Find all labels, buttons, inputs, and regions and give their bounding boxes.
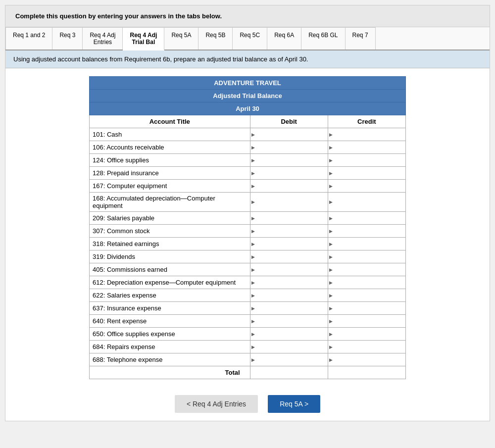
credit-input-307[interactable]: [328, 225, 405, 237]
credit-cell-307[interactable]: [328, 225, 405, 238]
report-date: April 30: [90, 102, 406, 115]
debit-cell-167[interactable]: [250, 180, 328, 193]
debit-input-405[interactable]: [250, 263, 328, 276]
table-row: 124: Office supplies: [90, 154, 406, 167]
tab-req-6a[interactable]: Req 6A: [267, 27, 301, 50]
debit-cell-637[interactable]: [250, 302, 328, 315]
account-name-124: 124: Office supplies: [90, 154, 250, 167]
credit-cell-124[interactable]: [328, 154, 405, 167]
table-row: 168: Accumulated depreciation—Computer e…: [90, 193, 406, 212]
debit-input-128[interactable]: [250, 167, 328, 179]
credit-input-684[interactable]: [328, 341, 405, 353]
debit-input-319[interactable]: [250, 250, 328, 263]
credit-input-405[interactable]: [328, 263, 405, 276]
debit-cell-688[interactable]: [250, 353, 328, 366]
debit-input-318[interactable]: [250, 238, 328, 250]
debit-input-101[interactable]: [250, 128, 328, 141]
credit-input-650[interactable]: [328, 328, 405, 340]
debit-cell-128[interactable]: [250, 167, 328, 180]
debit-cell-168[interactable]: [250, 193, 328, 212]
col-header-debit: Debit: [250, 115, 328, 128]
credit-cell-405[interactable]: [328, 263, 405, 276]
debit-cell-640[interactable]: [250, 315, 328, 328]
total-label: Total: [90, 366, 250, 379]
debit-cell-684[interactable]: [250, 341, 328, 353]
tab-req-5a[interactable]: Req 5A: [164, 27, 198, 50]
credit-input-612[interactable]: [328, 276, 405, 289]
prev-button[interactable]: < Req 4 Adj Entries: [175, 395, 258, 413]
debit-input-168[interactable]: [250, 193, 328, 211]
credit-input-319[interactable]: [328, 250, 405, 263]
debit-cell-319[interactable]: [250, 250, 328, 263]
next-button[interactable]: Req 5A >: [268, 395, 320, 413]
credit-input-209[interactable]: [328, 212, 405, 224]
debit-input-637[interactable]: [250, 302, 328, 314]
debit-input-688[interactable]: [250, 353, 328, 366]
debit-cell-209[interactable]: [250, 212, 328, 225]
debit-cell-307[interactable]: [250, 225, 328, 238]
tab-req-5c[interactable]: Req 5C: [233, 27, 267, 50]
debit-cell-622[interactable]: [250, 289, 328, 302]
debit-cell-106[interactable]: [250, 141, 328, 154]
debit-input-684[interactable]: [250, 341, 328, 353]
credit-input-688[interactable]: [328, 353, 405, 366]
credit-cell-688[interactable]: [328, 353, 405, 366]
debit-cell-612[interactable]: [250, 276, 328, 289]
tab-req-5b[interactable]: Req 5B: [198, 27, 233, 50]
credit-input-168[interactable]: [328, 193, 405, 211]
credit-input-106[interactable]: [328, 141, 405, 153]
debit-input-640[interactable]: [250, 315, 328, 327]
credit-cell-167[interactable]: [328, 180, 405, 193]
credit-input-167[interactable]: [328, 180, 405, 192]
tab-req-3[interactable]: Req 3: [52, 27, 83, 50]
tab-req-4-adj-trial-bal[interactable]: Req 4 Adj Trial Bal: [123, 27, 164, 50]
tab-req-1-2[interactable]: Req 1 and 2: [5, 27, 52, 50]
credit-cell-128[interactable]: [328, 167, 405, 180]
credit-cell-318[interactable]: [328, 238, 405, 250]
credit-cell-168[interactable]: [328, 193, 405, 212]
debit-input-612[interactable]: [250, 276, 328, 289]
debit-cell-405[interactable]: [250, 263, 328, 276]
credit-cell-106[interactable]: [328, 141, 405, 154]
sub-instruction: Using adjusted account balances from Req…: [5, 50, 490, 68]
credit-input-622[interactable]: [328, 289, 405, 301]
credit-cell-101[interactable]: [328, 128, 405, 141]
account-name-637: 637: Insurance expense: [90, 302, 250, 315]
total-credit-cell: [328, 366, 405, 379]
debit-cell-101[interactable]: [250, 128, 328, 141]
debit-input-124[interactable]: [250, 154, 328, 166]
credit-input-637[interactable]: [328, 302, 405, 314]
credit-cell-319[interactable]: [328, 250, 405, 263]
credit-cell-684[interactable]: [328, 341, 405, 353]
credit-input-128[interactable]: [328, 167, 405, 179]
debit-input-106[interactable]: [250, 141, 328, 153]
credit-input-640[interactable]: [328, 315, 405, 327]
credit-cell-209[interactable]: [328, 212, 405, 225]
credit-cell-650[interactable]: [328, 328, 405, 341]
credit-cell-640[interactable]: [328, 315, 405, 328]
table-row: 650: Office supplies expense: [90, 328, 406, 341]
credit-input-318[interactable]: [328, 238, 405, 250]
credit-input-124[interactable]: [328, 154, 405, 166]
credit-input-101[interactable]: [328, 128, 405, 141]
debit-input-307[interactable]: [250, 225, 328, 237]
total-debit-cell: [250, 366, 328, 379]
credit-cell-637[interactable]: [328, 302, 405, 315]
table-row: 167: Computer equipment: [90, 180, 406, 193]
debit-input-209[interactable]: [250, 212, 328, 224]
debit-cell-124[interactable]: [250, 154, 328, 167]
debit-cell-318[interactable]: [250, 238, 328, 250]
tab-req-6b-gl[interactable]: Req 6B GL: [301, 27, 345, 50]
debit-input-167[interactable]: [250, 180, 328, 192]
debit-input-650[interactable]: [250, 328, 328, 340]
tab-req-7[interactable]: Req 7: [346, 27, 376, 50]
debit-input-622[interactable]: [250, 289, 328, 301]
instruction-banner: Complete this question by entering your …: [5, 5, 490, 27]
account-name-307: 307: Common stock: [90, 225, 250, 238]
credit-cell-622[interactable]: [328, 289, 405, 302]
next-label: Req 5A >: [280, 400, 308, 408]
debit-cell-650[interactable]: [250, 328, 328, 341]
tab-req-4-adj-entries[interactable]: Req 4 Adj Entries: [83, 27, 123, 50]
credit-cell-612[interactable]: [328, 276, 405, 289]
trial-balance-table: ADVENTURE TRAVEL Adjusted Trial Balance …: [89, 76, 406, 379]
